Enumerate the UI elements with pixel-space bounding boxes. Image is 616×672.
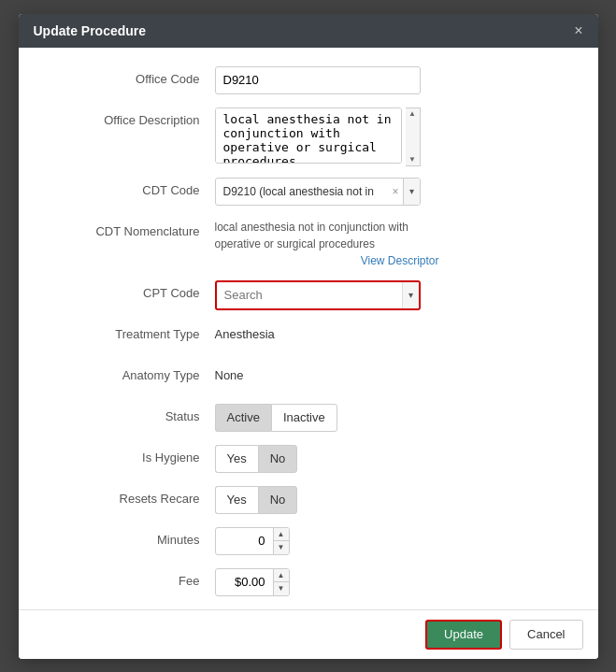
minutes-label: Minutes <box>28 527 215 547</box>
office-description-row: Office Description local anesthesia not … <box>28 107 589 166</box>
view-descriptor-link[interactable]: View Descriptor <box>215 252 439 269</box>
cdt-clear-icon[interactable]: × <box>388 185 402 198</box>
fee-control: ▲ ▼ <box>215 568 589 596</box>
modal-body-inner: Office Code Office Description local ane… <box>28 66 589 598</box>
fee-label: Fee <box>28 568 215 588</box>
scroll-up-icon[interactable]: ▲ <box>408 110 416 118</box>
cpt-code-search-wrap: ▾ <box>215 280 421 310</box>
is-hygiene-no-button[interactable]: No <box>258 445 298 473</box>
fee-input[interactable] <box>216 571 273 593</box>
cpt-code-input[interactable] <box>217 284 402 306</box>
cdt-nomenclature-value: local anesthesia not in conjunction with… <box>215 221 408 250</box>
modal-title: Update Procedure <box>34 23 147 38</box>
cdt-nomenclature-control: local anesthesia not in conjunction with… <box>215 219 589 269</box>
anatomy-type-label: Anatomy Type <box>28 363 215 382</box>
cdt-code-row: CDT Code × ▾ <box>28 178 589 207</box>
office-description-control: local anesthesia not in conjunction with… <box>215 107 589 166</box>
treatment-type-control: Anesthesia <box>215 322 589 341</box>
close-button[interactable]: × <box>574 23 582 38</box>
textarea-scrollbar[interactable]: ▲ ▼ <box>406 107 421 166</box>
status-active-button[interactable]: Active <box>215 404 271 432</box>
is-hygiene-label: Is Hygiene <box>28 445 215 465</box>
modal-footer: Update Cancel <box>19 609 598 659</box>
resets-recare-no-button[interactable]: No <box>258 486 298 514</box>
status-row: Status Active Inactive <box>28 404 589 434</box>
resets-recare-row: Resets Recare Yes No <box>28 486 589 516</box>
treatment-type-label: Treatment Type <box>28 322 215 341</box>
cdt-code-label: CDT Code <box>28 178 215 197</box>
update-button[interactable]: Update <box>425 620 502 650</box>
cdt-code-select[interactable]: × ▾ <box>215 178 421 206</box>
cdt-nomenclature-label: CDT Nomenclature <box>28 219 215 238</box>
office-code-input[interactable] <box>215 66 421 94</box>
scroll-down-icon[interactable]: ▼ <box>408 156 416 164</box>
minutes-input-wrap: ▲ ▼ <box>215 527 290 555</box>
cdt-nomenclature-text: local anesthesia not in conjunction with… <box>215 219 439 269</box>
anatomy-type-row: Anatomy Type None <box>28 363 589 393</box>
is-hygiene-yes-button[interactable]: Yes <box>215 445 258 473</box>
minutes-spinners: ▲ ▼ <box>273 528 289 554</box>
resets-recare-control: Yes No <box>215 486 589 514</box>
minutes-row: Minutes ▲ ▼ <box>28 527 589 557</box>
status-toggle-group: Active Inactive <box>215 404 337 432</box>
fee-decrement-button[interactable]: ▼ <box>274 582 289 595</box>
update-procedure-modal: Update Procedure × Office Code Office De… <box>19 14 598 659</box>
resets-recare-yes-button[interactable]: Yes <box>215 486 258 514</box>
cdt-dropdown-icon[interactable]: ▾ <box>403 179 420 205</box>
minutes-decrement-button[interactable]: ▼ <box>274 541 289 554</box>
cpt-dropdown-icon[interactable]: ▾ <box>402 282 419 308</box>
cancel-button[interactable]: Cancel <box>509 620 582 650</box>
office-code-row: Office Code <box>28 66 589 96</box>
treatment-type-value: Anesthesia <box>215 322 275 341</box>
office-description-textarea[interactable]: local anesthesia not in conjunction with… <box>215 107 402 164</box>
modal-body: Office Code Office Description local ane… <box>19 48 598 609</box>
treatment-type-row: Treatment Type Anesthesia <box>28 322 589 351</box>
fee-increment-button[interactable]: ▲ <box>274 569 289 583</box>
cpt-code-control: ▾ <box>215 280 589 310</box>
modal-header: Update Procedure × <box>19 14 598 48</box>
fee-spinners: ▲ ▼ <box>273 569 289 595</box>
status-label: Status <box>28 404 215 423</box>
modal-overlay: Update Procedure × Office Code Office De… <box>0 0 616 672</box>
resets-recare-toggle-group: Yes No <box>215 486 298 514</box>
status-control: Active Inactive <box>215 404 589 432</box>
minutes-input[interactable] <box>216 530 273 551</box>
cpt-code-label: CPT Code <box>28 280 215 300</box>
office-code-control <box>215 66 589 94</box>
minutes-increment-button[interactable]: ▲ <box>274 528 289 542</box>
anatomy-type-control: None <box>215 363 589 382</box>
cdt-code-input[interactable] <box>216 181 389 202</box>
cpt-code-row: CPT Code ▾ <box>28 280 589 310</box>
minutes-control: ▲ ▼ <box>215 527 589 555</box>
cdt-nomenclature-row: CDT Nomenclature local anesthesia not in… <box>28 219 589 269</box>
fee-input-wrap: ▲ ▼ <box>215 568 290 596</box>
is-hygiene-row: Is Hygiene Yes No <box>28 445 589 475</box>
cdt-code-control: × ▾ <box>215 178 589 206</box>
anatomy-type-value: None <box>215 363 244 382</box>
is-hygiene-toggle-group: Yes No <box>215 445 298 473</box>
office-code-label: Office Code <box>28 66 215 86</box>
fee-row: Fee ▲ ▼ <box>28 568 589 598</box>
is-hygiene-control: Yes No <box>215 445 589 473</box>
office-description-wrap: local anesthesia not in conjunction with… <box>215 107 421 166</box>
status-inactive-button[interactable]: Inactive <box>271 404 337 432</box>
office-description-label: Office Description <box>28 107 215 127</box>
resets-recare-label: Resets Recare <box>28 486 215 506</box>
